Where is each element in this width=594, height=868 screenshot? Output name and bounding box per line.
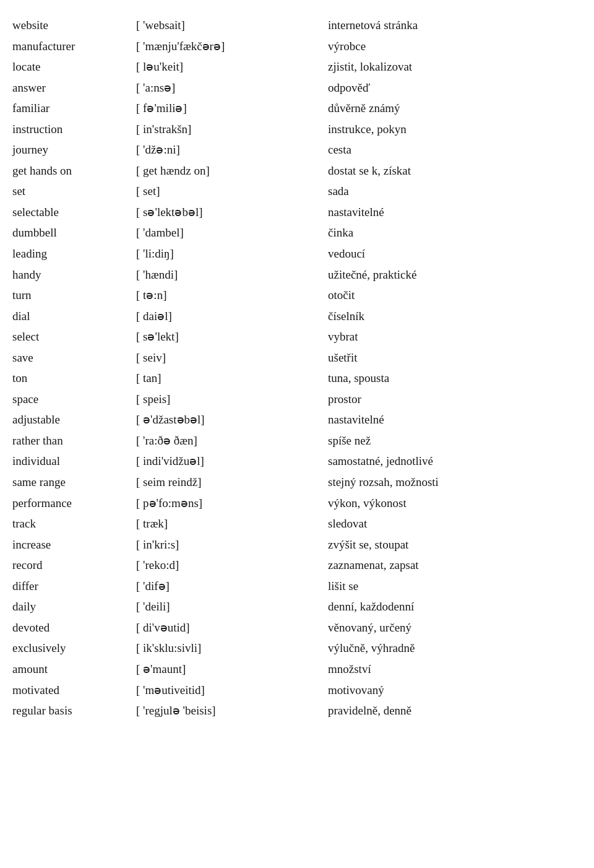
phonetic-cell: [ 'mænju'fækčərə]: [136, 36, 328, 57]
translation-cell: výlučně, výhradně: [328, 638, 582, 659]
word-cell: ton: [12, 368, 136, 389]
phonetic-cell: [ set]: [136, 181, 328, 202]
table-row: adjustable[ ə'džastəbəl]nastavitelné: [12, 409, 582, 430]
word-cell: rather than: [12, 430, 136, 451]
word-cell: amount: [12, 659, 136, 680]
phonetic-cell: [ ik'sklu:sivli]: [136, 638, 328, 659]
word-cell: individual: [12, 451, 136, 472]
table-row: set[ set]sada: [12, 181, 582, 202]
translation-cell: ušetřit: [328, 347, 582, 368]
translation-cell: vedoucí: [328, 243, 582, 264]
table-row: manufacturer[ 'mænju'fækčərə]výrobce: [12, 36, 582, 57]
word-cell: locate: [12, 56, 136, 77]
table-row: get hands on[ get hændz on]dostat se k, …: [12, 160, 582, 181]
table-row: familiar[ fə'miliə]důvěrně známý: [12, 98, 582, 119]
phonetic-cell: [ di'vəutid]: [136, 617, 328, 638]
table-row: differ[ 'difə]lišit se: [12, 576, 582, 597]
word-cell: selectable: [12, 202, 136, 223]
word-cell: track: [12, 513, 136, 534]
word-cell: increase: [12, 534, 136, 555]
translation-cell: stejný rozsah, možnosti: [328, 472, 582, 493]
table-row: leading[ 'li:diŋ]vedoucí: [12, 243, 582, 264]
phonetic-cell: [ seim reindž]: [136, 472, 328, 493]
table-row: individual[ indi'vidžuəl]samostatné, jed…: [12, 451, 582, 472]
table-row: exclusively[ ik'sklu:sivli]výlučně, výhr…: [12, 638, 582, 659]
table-row: motivated[ 'məutiveitid]motivovaný: [12, 680, 582, 701]
translation-cell: zvýšit se, stoupat: [328, 534, 582, 555]
translation-cell: zaznamenat, zapsat: [328, 555, 582, 576]
word-cell: instruction: [12, 119, 136, 140]
phonetic-cell: [ 'regjulə 'beisis]: [136, 700, 328, 721]
translation-cell: nastavitelné: [328, 409, 582, 430]
translation-cell: vybrat: [328, 326, 582, 347]
translation-cell: odpověď: [328, 77, 582, 98]
table-row: website[ 'websait]internetová stránka: [12, 15, 582, 36]
phonetic-cell: [ speis]: [136, 389, 328, 410]
table-row: journey[ 'džə:ni]cesta: [12, 139, 582, 160]
word-cell: regular basis: [12, 700, 136, 721]
phonetic-cell: [ pə'fo:məns]: [136, 493, 328, 514]
phonetic-cell: [ 'li:diŋ]: [136, 243, 328, 264]
phonetic-cell: [ 'məutiveitid]: [136, 680, 328, 701]
table-row: dial[ daiəl]číselník: [12, 306, 582, 327]
phonetic-cell: [ daiəl]: [136, 306, 328, 327]
translation-cell: motivovaný: [328, 680, 582, 701]
word-cell: dial: [12, 306, 136, 327]
translation-cell: denní, každodenní: [328, 596, 582, 617]
table-row: space[ speis]prostor: [12, 389, 582, 410]
table-row: handy[ 'hændi]užitečné, praktické: [12, 264, 582, 285]
word-cell: performance: [12, 493, 136, 514]
phonetic-cell: [ 'hændi]: [136, 264, 328, 285]
translation-cell: sledovat: [328, 513, 582, 534]
phonetic-cell: [ in'kri:s]: [136, 534, 328, 555]
table-row: answer[ 'a:nsə]odpověď: [12, 77, 582, 98]
phonetic-cell: [ tə:n]: [136, 285, 328, 306]
phonetic-cell: [ seiv]: [136, 347, 328, 368]
word-cell: record: [12, 555, 136, 576]
table-row: locate[ ləu'keit]zjistit, lokalizovat: [12, 56, 582, 77]
phonetic-cell: [ 'reko:d]: [136, 555, 328, 576]
phonetic-cell: [ get hændz on]: [136, 160, 328, 181]
table-row: dumbbell[ 'dambel]činka: [12, 222, 582, 243]
translation-cell: množství: [328, 659, 582, 680]
word-cell: handy: [12, 264, 136, 285]
phonetic-cell: [ sə'lektəbəl]: [136, 202, 328, 223]
table-row: instruction[ in'strakšn]instrukce, pokyn: [12, 119, 582, 140]
translation-cell: lišit se: [328, 576, 582, 597]
translation-cell: sada: [328, 181, 582, 202]
word-cell: set: [12, 181, 136, 202]
vocabulary-table: website[ 'websait]internetová stránkaman…: [12, 15, 582, 721]
phonetic-cell: [ indi'vidžuəl]: [136, 451, 328, 472]
table-row: amount[ ə'maunt]množství: [12, 659, 582, 680]
translation-cell: zjistit, lokalizovat: [328, 56, 582, 77]
translation-cell: cesta: [328, 139, 582, 160]
translation-cell: tuna, spousta: [328, 368, 582, 389]
word-cell: get hands on: [12, 160, 136, 181]
word-cell: journey: [12, 139, 136, 160]
table-row: rather than[ 'ra:ðə ðæn]spíše než: [12, 430, 582, 451]
word-cell: website: [12, 15, 136, 36]
translation-cell: dostat se k, získat: [328, 160, 582, 181]
phonetic-cell: [ ə'maunt]: [136, 659, 328, 680]
phonetic-cell: [ tan]: [136, 368, 328, 389]
phonetic-cell: [ ləu'keit]: [136, 56, 328, 77]
translation-cell: prostor: [328, 389, 582, 410]
translation-cell: spíše než: [328, 430, 582, 451]
table-row: same range[ seim reindž]stejný rozsah, m…: [12, 472, 582, 493]
phonetic-cell: [ 'dambel]: [136, 222, 328, 243]
translation-cell: důvěrně známý: [328, 98, 582, 119]
word-cell: save: [12, 347, 136, 368]
phonetic-cell: [ træk]: [136, 513, 328, 534]
table-row: performance[ pə'fo:məns]výkon, výkonost: [12, 493, 582, 514]
phonetic-cell: [ ə'džastəbəl]: [136, 409, 328, 430]
word-cell: adjustable: [12, 409, 136, 430]
translation-cell: číselník: [328, 306, 582, 327]
word-cell: answer: [12, 77, 136, 98]
table-row: save[ seiv]ušetřit: [12, 347, 582, 368]
table-row: ton[ tan]tuna, spousta: [12, 368, 582, 389]
word-cell: daily: [12, 596, 136, 617]
phonetic-cell: [ 'difə]: [136, 576, 328, 597]
word-cell: exclusively: [12, 638, 136, 659]
translation-cell: pravidelně, denně: [328, 700, 582, 721]
translation-cell: internetová stránka: [328, 15, 582, 36]
